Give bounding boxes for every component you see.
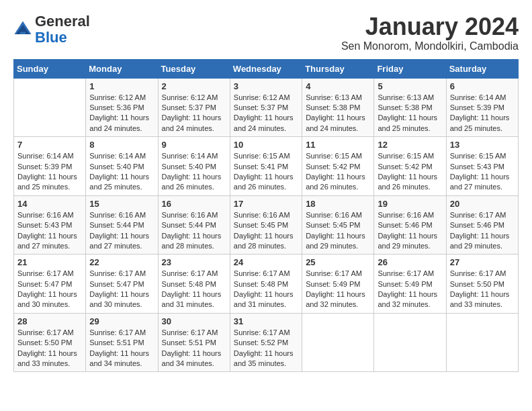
day-info: Sunrise: 6:12 AM Sunset: 5:36 PM Dayligh…: [89, 93, 154, 134]
logo: General Blue: [13, 13, 90, 46]
weekday-header-thursday: Thursday: [302, 59, 374, 78]
day-info: Sunrise: 6:16 AM Sunset: 5:45 PM Dayligh…: [306, 210, 370, 252]
day-number: 7: [17, 140, 82, 150]
day-cell: 20Sunrise: 6:17 AM Sunset: 5:46 PM Dayli…: [446, 195, 518, 255]
day-number: 26: [378, 257, 442, 267]
day-info: Sunrise: 6:17 AM Sunset: 5:51 PM Dayligh…: [162, 328, 226, 369]
day-cell: 17Sunrise: 6:16 AM Sunset: 5:45 PM Dayli…: [230, 195, 302, 255]
day-number: 21: [17, 257, 82, 267]
day-info: Sunrise: 6:17 AM Sunset: 5:49 PM Dayligh…: [378, 269, 442, 310]
day-cell: 23Sunrise: 6:17 AM Sunset: 5:48 PM Dayli…: [158, 255, 230, 314]
day-info: Sunrise: 6:14 AM Sunset: 5:40 PM Dayligh…: [162, 151, 226, 193]
day-cell: [374, 313, 446, 372]
day-cell: 3Sunrise: 6:12 AM Sunset: 5:37 PM Daylig…: [230, 78, 302, 137]
month-title: January 2024: [341, 13, 519, 40]
day-number: 8: [89, 140, 154, 150]
day-cell: 28Sunrise: 6:17 AM Sunset: 5:50 PM Dayli…: [14, 313, 86, 372]
day-cell: 11Sunrise: 6:15 AM Sunset: 5:42 PM Dayli…: [302, 137, 374, 196]
day-info: Sunrise: 6:14 AM Sunset: 5:39 PM Dayligh…: [17, 151, 82, 193]
day-number: 6: [450, 81, 515, 91]
weekday-header-monday: Monday: [86, 59, 158, 78]
day-number: 19: [378, 199, 442, 209]
day-number: 27: [450, 257, 515, 267]
weekday-header-friday: Friday: [374, 59, 446, 78]
day-info: Sunrise: 6:17 AM Sunset: 5:48 PM Dayligh…: [162, 269, 226, 310]
day-cell: 22Sunrise: 6:17 AM Sunset: 5:47 PM Dayli…: [86, 255, 158, 314]
day-info: Sunrise: 6:12 AM Sunset: 5:37 PM Dayligh…: [162, 93, 226, 134]
day-number: 1: [89, 81, 154, 91]
day-number: 2: [162, 81, 226, 91]
week-row-1: 1Sunrise: 6:12 AM Sunset: 5:36 PM Daylig…: [14, 78, 519, 137]
day-info: Sunrise: 6:16 AM Sunset: 5:44 PM Dayligh…: [162, 210, 226, 252]
logo-icon: [13, 20, 32, 39]
day-number: 14: [17, 199, 82, 209]
day-number: 30: [162, 316, 226, 326]
day-info: Sunrise: 6:17 AM Sunset: 5:47 PM Dayligh…: [17, 269, 82, 310]
day-info: Sunrise: 6:16 AM Sunset: 5:44 PM Dayligh…: [89, 210, 154, 252]
day-cell: 7Sunrise: 6:14 AM Sunset: 5:39 PM Daylig…: [14, 137, 86, 196]
day-number: 24: [234, 257, 298, 267]
weekday-header-sunday: Sunday: [14, 59, 86, 78]
day-info: Sunrise: 6:16 AM Sunset: 5:46 PM Dayligh…: [378, 210, 442, 252]
day-number: 16: [162, 199, 226, 209]
week-row-4: 21Sunrise: 6:17 AM Sunset: 5:47 PM Dayli…: [14, 255, 519, 314]
calendar-table: SundayMondayTuesdayWednesdayThursdayFrid…: [13, 59, 519, 373]
day-number: 29: [89, 316, 154, 326]
svg-rect-2: [20, 32, 26, 35]
day-info: Sunrise: 6:15 AM Sunset: 5:42 PM Dayligh…: [378, 151, 442, 193]
day-number: 22: [89, 257, 154, 267]
day-info: Sunrise: 6:17 AM Sunset: 5:46 PM Dayligh…: [450, 210, 515, 252]
day-cell: 6Sunrise: 6:14 AM Sunset: 5:39 PM Daylig…: [446, 78, 518, 137]
day-cell: 16Sunrise: 6:16 AM Sunset: 5:44 PM Dayli…: [158, 195, 230, 255]
day-cell: 9Sunrise: 6:14 AM Sunset: 5:40 PM Daylig…: [158, 137, 230, 196]
day-info: Sunrise: 6:17 AM Sunset: 5:52 PM Dayligh…: [234, 328, 298, 369]
day-cell: 10Sunrise: 6:15 AM Sunset: 5:41 PM Dayli…: [230, 137, 302, 196]
day-cell: 13Sunrise: 6:15 AM Sunset: 5:43 PM Dayli…: [446, 137, 518, 196]
day-number: 25: [306, 257, 370, 267]
day-info: Sunrise: 6:14 AM Sunset: 5:39 PM Dayligh…: [450, 93, 515, 134]
week-row-2: 7Sunrise: 6:14 AM Sunset: 5:39 PM Daylig…: [14, 137, 519, 196]
day-number: 31: [234, 316, 298, 326]
day-cell: 12Sunrise: 6:15 AM Sunset: 5:42 PM Dayli…: [374, 137, 446, 196]
day-info: Sunrise: 6:14 AM Sunset: 5:40 PM Dayligh…: [89, 151, 154, 193]
day-number: 9: [162, 140, 226, 150]
day-cell: 19Sunrise: 6:16 AM Sunset: 5:46 PM Dayli…: [374, 195, 446, 255]
day-number: 3: [234, 81, 298, 91]
day-number: 18: [306, 199, 370, 209]
day-info: Sunrise: 6:13 AM Sunset: 5:38 PM Dayligh…: [306, 93, 370, 134]
day-cell: 25Sunrise: 6:17 AM Sunset: 5:49 PM Dayli…: [302, 255, 374, 314]
day-info: Sunrise: 6:17 AM Sunset: 5:51 PM Dayligh…: [89, 328, 154, 369]
day-number: 20: [450, 199, 515, 209]
day-info: Sunrise: 6:15 AM Sunset: 5:43 PM Dayligh…: [450, 151, 515, 193]
logo-general-text: General: [35, 13, 90, 30]
day-number: 4: [306, 81, 370, 91]
day-info: Sunrise: 6:13 AM Sunset: 5:38 PM Dayligh…: [378, 93, 442, 134]
day-cell: 27Sunrise: 6:17 AM Sunset: 5:50 PM Dayli…: [446, 255, 518, 314]
title-area: January 2024 Sen Monorom, Mondolkiri, Ca…: [341, 13, 519, 52]
day-info: Sunrise: 6:17 AM Sunset: 5:48 PM Dayligh…: [234, 269, 298, 310]
day-cell: 29Sunrise: 6:17 AM Sunset: 5:51 PM Dayli…: [86, 313, 158, 372]
day-number: 12: [378, 140, 442, 150]
day-info: Sunrise: 6:16 AM Sunset: 5:43 PM Dayligh…: [17, 210, 82, 252]
day-cell: 2Sunrise: 6:12 AM Sunset: 5:37 PM Daylig…: [158, 78, 230, 137]
page-header: General Blue January 2024 Sen Monorom, M…: [13, 13, 519, 52]
day-info: Sunrise: 6:15 AM Sunset: 5:41 PM Dayligh…: [234, 151, 298, 193]
location-title: Sen Monorom, Mondolkiri, Cambodia: [341, 40, 519, 52]
day-number: 11: [306, 140, 370, 150]
day-cell: 26Sunrise: 6:17 AM Sunset: 5:49 PM Dayli…: [374, 255, 446, 314]
day-cell: [446, 313, 518, 372]
day-cell: 18Sunrise: 6:16 AM Sunset: 5:45 PM Dayli…: [302, 195, 374, 255]
day-number: 13: [450, 140, 515, 150]
day-info: Sunrise: 6:16 AM Sunset: 5:45 PM Dayligh…: [234, 210, 298, 252]
day-info: Sunrise: 6:17 AM Sunset: 5:50 PM Dayligh…: [17, 328, 82, 369]
day-cell: 8Sunrise: 6:14 AM Sunset: 5:40 PM Daylig…: [86, 137, 158, 196]
day-number: 15: [89, 199, 154, 209]
day-info: Sunrise: 6:17 AM Sunset: 5:50 PM Dayligh…: [450, 269, 515, 310]
weekday-header-tuesday: Tuesday: [158, 59, 230, 78]
day-cell: 30Sunrise: 6:17 AM Sunset: 5:51 PM Dayli…: [158, 313, 230, 372]
day-number: 10: [234, 140, 298, 150]
day-number: 23: [162, 257, 226, 267]
weekday-header-wednesday: Wednesday: [230, 59, 302, 78]
logo-blue-text: Blue: [35, 29, 67, 46]
weekday-header-saturday: Saturday: [446, 59, 518, 78]
